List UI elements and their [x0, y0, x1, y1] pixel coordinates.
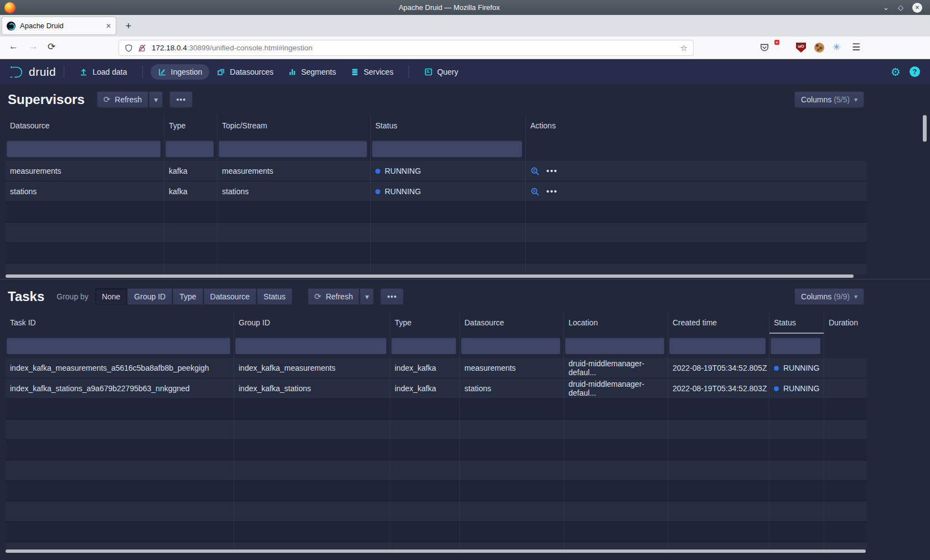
group-by-type-button[interactable]: Type [173, 288, 203, 305]
window-titlebar: Apache Druid — Mozilla Firefox ⌄ ◇ ✕ [0, 0, 930, 15]
filter-status-input[interactable] [372, 141, 522, 157]
tab-close-icon[interactable]: ✕ [106, 22, 111, 30]
filter-task-id-input[interactable] [7, 338, 230, 354]
group-by-none-button[interactable]: None [95, 288, 127, 305]
column-header-created-time[interactable]: Created time [668, 312, 769, 334]
supervisors-columns-button[interactable]: Columns (5/5) ▾ [794, 91, 864, 108]
menu-hamburger-icon[interactable]: ☰ [852, 43, 862, 53]
supervisors-vertical-scrollbar[interactable] [923, 115, 927, 142]
column-header-datasource[interactable]: Datasource [6, 115, 164, 137]
table-row[interactable]: stations kafka stations RUNNING ••• [6, 182, 867, 202]
cell-type: index_kafka [390, 378, 460, 399]
group-by-label: Group by [56, 292, 89, 301]
cell-datasource: stations [460, 378, 564, 399]
forward-icon[interactable]: → [29, 41, 38, 52]
column-header-location[interactable]: Location [564, 312, 668, 334]
status-label: RUNNING [783, 364, 819, 372]
tasks-more-button[interactable]: ••• [380, 288, 404, 305]
nav-item-datasources[interactable]: Datasources [209, 64, 281, 80]
row-more-icon[interactable]: ••• [546, 187, 558, 196]
tasks-columns-button[interactable]: Columns (9/9) ▾ [794, 288, 864, 305]
preview-magnifier-icon[interactable] [530, 187, 540, 196]
maximize-button[interactable]: ◇ [898, 3, 903, 12]
status-dot [774, 366, 779, 371]
table-row[interactable]: index_kafka_measurements_a5616c5ba8afb8b… [6, 358, 867, 378]
tasks-refresh-caret-button[interactable]: ▾ [360, 288, 374, 305]
status-dot [375, 189, 380, 194]
table-row-empty [6, 440, 867, 460]
row-more-icon[interactable]: ••• [546, 167, 558, 175]
close-button[interactable]: ✕ [912, 3, 922, 13]
supervisors-refresh-button[interactable]: ⟳ Refresh [97, 91, 149, 108]
reload-icon[interactable]: ⟳ [48, 41, 55, 53]
back-icon[interactable]: ← [9, 41, 18, 52]
supervisors-refresh-caret-button[interactable]: ▾ [149, 91, 163, 108]
preview-magnifier-icon[interactable] [530, 167, 540, 176]
minimize-button[interactable]: ⌄ [883, 3, 889, 12]
nav-item-label: Ingestion [171, 68, 203, 76]
filter-type-input[interactable] [391, 338, 456, 354]
column-header-task-id[interactable]: Task ID [6, 312, 234, 334]
column-header-type[interactable]: Type [164, 115, 218, 137]
browser-toolbar: ← → ⟳ 172.18.0.4:30899/unified-console.h… [0, 37, 930, 59]
status-dot [774, 386, 779, 391]
nav-item-services[interactable]: Services [343, 64, 401, 80]
column-header-topic-stream[interactable]: Topic/Stream [218, 115, 371, 137]
column-header-duration[interactable]: Duration [824, 312, 867, 334]
ublock-origin-icon[interactable]: uO [796, 43, 806, 53]
table-row-empty [6, 542, 867, 549]
tracking-shield-icon[interactable] [125, 44, 133, 53]
new-tab-button[interactable]: + [122, 19, 135, 33]
status-label: RUNNING [385, 167, 421, 175]
settings-gear-icon[interactable]: ⚙ [891, 65, 901, 79]
cell-status: RUNNING [371, 182, 526, 202]
supervisors-horizontal-scrollbar[interactable] [6, 274, 854, 278]
column-header-status[interactable]: Status [371, 115, 526, 137]
tasks-refresh-button[interactable]: ⟳ Refresh [308, 288, 360, 305]
column-header-datasource[interactable]: Datasource [460, 312, 564, 334]
group-by-group-id-button[interactable]: Group ID [127, 288, 172, 305]
supervisors-more-button[interactable]: ••• [169, 91, 193, 108]
extension-asterisk-icon[interactable]: ✳ [833, 43, 843, 53]
filter-topic-input[interactable] [219, 141, 367, 157]
browser-tab[interactable]: Apache Druid ✕ [2, 17, 116, 34]
filter-created-time-input[interactable] [669, 338, 766, 354]
column-header-status-sorted[interactable]: Status [769, 312, 824, 334]
filter-location-input[interactable] [565, 338, 664, 354]
table-row[interactable]: index_kafka_stations_a9a679b22795b63_nnk… [6, 378, 867, 399]
insecure-lock-icon[interactable] [138, 44, 146, 53]
bookmark-star-icon[interactable]: ☆ [680, 43, 688, 53]
nav-item-label: Segments [301, 68, 336, 76]
columns-label: Columns [801, 95, 831, 104]
status-dot [375, 169, 380, 174]
filter-datasource-input[interactable] [461, 338, 560, 354]
group-by-status-button[interactable]: Status [257, 288, 292, 305]
filter-status-input[interactable] [771, 338, 820, 354]
nav-item-segments[interactable]: Segments [281, 64, 343, 80]
pocket-icon[interactable] [760, 43, 769, 53]
tasks-table-header: Task ID Group ID Type Datasource Locatio… [6, 312, 867, 334]
table-row[interactable]: measurements kafka measurements RUNNING … [6, 161, 867, 182]
column-header-type[interactable]: Type [390, 312, 460, 334]
nav-item-ingestion[interactable]: Ingestion [151, 64, 210, 80]
tab-bar: Apache Druid ✕ + [0, 15, 930, 37]
cell-duration [824, 358, 867, 378]
table-row-empty [6, 399, 867, 419]
table-row-empty [6, 419, 867, 440]
filter-type-input[interactable] [166, 141, 214, 157]
druid-logo[interactable]: druid [8, 64, 56, 80]
group-by-datasource-button[interactable]: Datasource [204, 288, 257, 305]
tasks-horizontal-scrollbar[interactable] [6, 549, 866, 553]
filter-group-id-input[interactable] [235, 338, 386, 354]
column-header-group-id[interactable]: Group ID [234, 312, 390, 334]
url-bar[interactable]: 172.18.0.4:30899/unified-console.html#in… [118, 40, 694, 56]
filter-datasource-input[interactable] [7, 141, 161, 157]
brand-name: druid [29, 65, 56, 79]
refresh-icon: ⟳ [104, 95, 111, 105]
nav-item-query[interactable]: Query [417, 64, 466, 80]
table-row-empty [6, 202, 867, 222]
nav-item-load-data[interactable]: Load data [72, 64, 134, 80]
cookie-extension-icon[interactable] [814, 43, 824, 53]
help-icon[interactable]: ? [910, 66, 920, 77]
refresh-label: Refresh [115, 95, 142, 104]
